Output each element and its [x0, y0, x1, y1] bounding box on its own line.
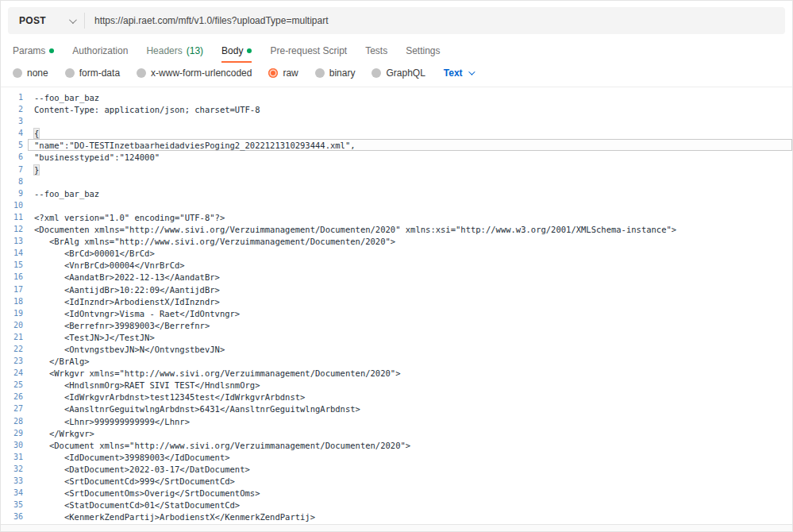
- code-line[interactable]: 2Content-Type: application/json; charset…: [1, 103, 792, 115]
- line-number: 29: [1, 427, 28, 439]
- line-number: 16: [1, 271, 28, 283]
- code-line[interactable]: 8: [1, 175, 792, 187]
- line-number: 2: [1, 103, 28, 115]
- editor-footer: [1, 524, 792, 531]
- code-line[interactable]: 31 <IdDocument>39989003</IdDocument>: [1, 451, 792, 463]
- tab-tests[interactable]: Tests: [365, 45, 387, 63]
- tab-body[interactable]: Body: [221, 45, 252, 63]
- green-dot-icon: [247, 48, 252, 53]
- code-line[interactable]: 11<?xml version="1.0" encoding="UTF-8"?>: [1, 211, 792, 223]
- code-line[interactable]: 1--foo_bar_baz: [1, 91, 792, 103]
- code-text: <SrtDocumentOms>Overig</SrtDocumentOms>: [28, 487, 792, 499]
- tab-label: Body: [221, 45, 243, 56]
- code-line[interactable]: 34 <SrtDocumentOms>Overig</SrtDocumentOm…: [1, 487, 792, 499]
- tab-pre-request-script[interactable]: Pre-request Script: [270, 45, 347, 63]
- tab-label: Headers: [146, 45, 182, 56]
- code-line[interactable]: 33 <SrtDocumentCd>999</SrtDocumentCd>: [1, 475, 792, 487]
- line-number: 30: [1, 439, 28, 451]
- code-line[interactable]: 5"name":"DO-TESTInzetbaarheidadviesPogin…: [1, 139, 792, 151]
- line-number: 5: [1, 139, 28, 151]
- tab-label: Tests: [365, 45, 387, 56]
- code-line[interactable]: 30 <Document xmlns="http://www.sivi.org/…: [1, 439, 792, 451]
- code-line[interactable]: 10: [1, 199, 792, 211]
- code-text: <?xml version="1.0" encoding="UTF-8"?>: [28, 211, 792, 223]
- body-type-raw[interactable]: raw: [268, 67, 298, 79]
- line-number: 11: [1, 211, 28, 223]
- code-line[interactable]: 28 <Lhnr>999999999999</Lhnr>: [1, 415, 792, 427]
- line-number: 28: [1, 415, 28, 427]
- body-type-graphql[interactable]: GraphQL: [371, 67, 425, 79]
- line-number: 10: [1, 199, 28, 211]
- code-line[interactable]: 17 <AantijdBr>10:22:09</AantijdBr>: [1, 283, 792, 295]
- code-line[interactable]: 35 <StatDocumentCd>01</StatDocumentCd>: [1, 499, 792, 511]
- code-line[interactable]: 12<Documenten xmlns="http://www.sivi.org…: [1, 223, 792, 235]
- line-number: 14: [1, 247, 28, 259]
- code-line[interactable]: 20 <Berrefnr>39989003</Berrefnr>: [1, 319, 792, 331]
- code-line[interactable]: 24 <Wrkgvr xmlns="http://www.sivi.org/Ve…: [1, 367, 792, 379]
- code-line[interactable]: 14 <BrCd>00001</BrCd>: [1, 247, 792, 259]
- code-line[interactable]: 7}: [1, 164, 792, 175]
- tab-label: Params: [13, 45, 45, 56]
- radio-label: none: [27, 67, 48, 79]
- tab-params[interactable]: Params: [13, 45, 54, 63]
- line-number: 9: [1, 187, 28, 199]
- code-line[interactable]: 25 <HndlsnmOrg>RAET SIVI TEST</HndlsnmOr…: [1, 379, 792, 391]
- tab-settings[interactable]: Settings: [406, 45, 440, 63]
- method-dropdown[interactable]: POST: [8, 7, 84, 34]
- line-number: 8: [1, 175, 28, 187]
- line-number: 23: [1, 355, 28, 367]
- code-line[interactable]: 18 <IdInzndr>ArbodienstX/IdInzndr>: [1, 295, 792, 307]
- code-line[interactable]: 9--foo_bar_baz: [1, 187, 792, 199]
- line-number: 4: [1, 127, 28, 139]
- line-number: 31: [1, 451, 28, 463]
- code-text: <Berrefnr>39989003</Berrefnr>: [28, 319, 792, 331]
- code-line[interactable]: 16 <AandatBr>2022-12-13</AandatBr>: [1, 271, 792, 283]
- radio-label: form-data: [79, 67, 120, 79]
- code-line[interactable]: 23 </BrAlg>: [1, 355, 792, 367]
- code-line[interactable]: 13 <BrAlg xmlns="http://www.sivi.org/Ver…: [1, 235, 792, 247]
- line-number: 12: [1, 223, 28, 235]
- code-line[interactable]: 32 <DatDocument>2022-03-17</DatDocument>: [1, 463, 792, 475]
- code-line[interactable]: 4{: [1, 127, 792, 139]
- tab-headers[interactable]: Headers(13): [146, 45, 203, 63]
- code-text: <Wrkgvr xmlns="http://www.sivi.org/Verzu…: [28, 367, 792, 379]
- code-line[interactable]: 29 </Wrkgvr>: [1, 427, 792, 439]
- code-line[interactable]: 27 <AansltnrGeguitwlngArbdnst>6431</Aans…: [1, 403, 792, 414]
- body-type-x-www-form-urlencoded[interactable]: x-www-form-urlencoded: [137, 67, 252, 79]
- code-line[interactable]: 6"businesstypeid":"124000": [1, 151, 792, 163]
- line-number: 35: [1, 499, 28, 511]
- line-number: 19: [1, 307, 28, 319]
- code-text: <BrCd>00001</BrCd>: [28, 247, 792, 259]
- line-number: 7: [1, 164, 28, 175]
- url-input[interactable]: [85, 7, 785, 34]
- tab-label: Pre-request Script: [270, 45, 347, 56]
- code-text: [28, 115, 792, 127]
- code-text: [28, 199, 792, 211]
- language-dropdown[interactable]: Text: [444, 67, 473, 79]
- code-line[interactable]: 15 <VnrBrCd>00004</VnrBrCd>: [1, 259, 792, 271]
- code-line[interactable]: 26 <IdWrkgvrArbdnst>test12345test</IdWrk…: [1, 391, 792, 403]
- tab-label: Authorization: [72, 45, 128, 56]
- code-line[interactable]: 22 <OntvngstbevJN>N</OntvngstbevJN>: [1, 343, 792, 355]
- code-line[interactable]: 36 <KenmerkZendPartij>ArbodienstX</Kenme…: [1, 511, 792, 522]
- code-line[interactable]: 3: [1, 115, 792, 127]
- code-text: </Wrkgvr>: [28, 427, 792, 439]
- tab-label: Settings: [406, 45, 440, 56]
- line-number: 18: [1, 295, 28, 307]
- body-type-form-data[interactable]: form-data: [65, 67, 120, 79]
- radio-icon: [13, 68, 22, 78]
- code-text: <DatDocument>2022-03-17</DatDocument>: [28, 463, 792, 475]
- code-text: --foo_bar_baz: [28, 91, 792, 103]
- code-text: <AansltnrGeguitwlngArbdnst>6431</Aansltn…: [28, 403, 792, 414]
- code-line[interactable]: 21 <TestJN>J</TestJN>: [1, 331, 792, 343]
- tab-count-badge: (13): [187, 45, 203, 56]
- code-text: <AandatBr>2022-12-13</AandatBr>: [28, 271, 792, 283]
- code-text: <SrtDocumentCd>999</SrtDocumentCd>: [28, 475, 792, 487]
- tab-authorization[interactable]: Authorization: [72, 45, 128, 63]
- code-line[interactable]: 19 <IdOntvngr>Visma - Raet</IdOntvngr>: [1, 307, 792, 319]
- body-type-binary[interactable]: binary: [315, 67, 356, 79]
- code-text: }: [28, 164, 792, 175]
- line-number: 27: [1, 403, 28, 414]
- raw-body-editor[interactable]: 1--foo_bar_baz2Content-Type: application…: [1, 87, 792, 524]
- body-type-none[interactable]: none: [13, 67, 48, 79]
